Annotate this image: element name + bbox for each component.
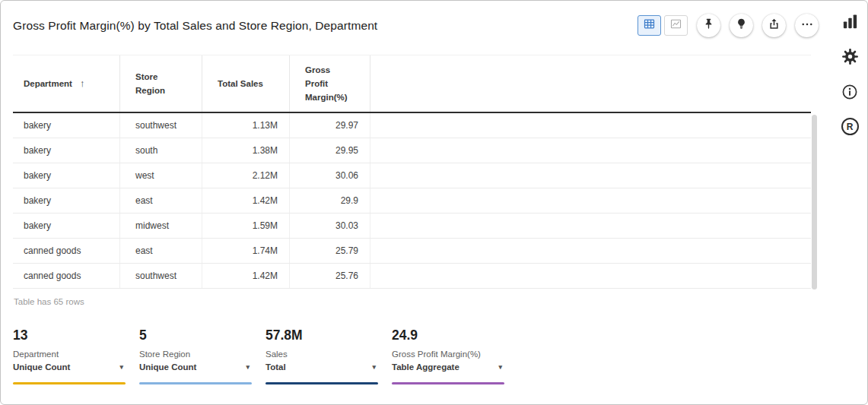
caret-down-icon: ▾ <box>498 362 502 372</box>
cell-filler <box>370 188 811 213</box>
column-header-total-sales[interactable]: Total Sales <box>202 55 290 112</box>
summary-label: Sales <box>265 350 378 359</box>
table-row[interactable]: bakery southwest 1.13M 29.97 <box>13 113 811 138</box>
column-label: Store Region <box>135 70 173 97</box>
export-button[interactable] <box>762 14 786 37</box>
column-header-store-region[interactable]: Store Region <box>120 55 202 112</box>
cell-total-sales: 1.74M <box>202 239 290 263</box>
info-icon <box>841 83 859 103</box>
cell-gross-profit-margin: 30.06 <box>290 163 370 188</box>
aggregation-label: Total <box>265 362 286 372</box>
aggregation-label: Table Aggregate <box>392 362 459 372</box>
lightbulb-icon <box>735 17 748 33</box>
cell-store-region: south <box>120 138 202 163</box>
table-row[interactable]: bakery west 2.12M 30.06 <box>13 163 811 188</box>
aggregation-label: Unique Count <box>139 362 196 372</box>
summary-cards: 13 Department Unique Count ▾ 5 Store Reg… <box>13 327 504 384</box>
table-row[interactable]: canned goods east 1.74M 25.79 <box>13 239 811 264</box>
cell-gross-profit-margin: 25.76 <box>290 264 370 288</box>
cell-department: canned goods <box>13 239 120 263</box>
summary-value: 5 <box>139 327 252 343</box>
summary-card-department: 13 Department Unique Count ▾ <box>13 327 126 384</box>
cell-gross-profit-margin: 29.95 <box>290 138 370 163</box>
summary-card-sales: 57.8M Sales Total ▾ <box>265 327 378 384</box>
more-options-button[interactable] <box>795 14 819 37</box>
column-label: Total Sales <box>218 77 263 90</box>
cell-total-sales: 1.42M <box>202 264 290 288</box>
sort-ascending-icon[interactable]: ↑ <box>80 77 85 90</box>
table-scrollbar[interactable] <box>812 115 817 290</box>
cell-total-sales: 1.42M <box>202 188 290 213</box>
bar-chart-icon <box>841 13 859 33</box>
accent-bar <box>13 382 126 384</box>
cell-gross-profit-margin: 30.03 <box>290 214 370 238</box>
ellipsis-icon <box>800 17 814 33</box>
cell-gross-profit-margin: 25.79 <box>290 239 370 263</box>
summary-card-store-region: 5 Store Region Unique Count ▾ <box>139 327 252 384</box>
summary-label: Gross Profit Margin(%) <box>392 350 504 359</box>
cr-logo-icon: R <box>841 118 859 135</box>
caret-down-icon: ▾ <box>119 362 123 372</box>
column-label: Gross Profit Margin(%) <box>305 63 354 104</box>
pushpin-icon <box>702 17 715 33</box>
cell-store-region: east <box>120 188 202 213</box>
cell-filler <box>370 264 811 288</box>
cell-gross-profit-margin: 29.97 <box>290 113 370 138</box>
cell-department: bakery <box>13 138 120 163</box>
cell-total-sales: 2.12M <box>202 163 290 188</box>
accent-bar <box>139 382 252 384</box>
summary-label: Department <box>13 350 126 359</box>
cell-filler <box>370 113 811 138</box>
column-label: Department <box>24 77 72 90</box>
cell-department: bakery <box>13 188 120 213</box>
table-grid-icon <box>643 17 656 33</box>
data-table: Department ↑ Store Region Total Sales Gr… <box>13 55 811 289</box>
table-view-button[interactable] <box>637 15 661 36</box>
settings-button[interactable] <box>841 47 860 68</box>
table-row[interactable]: canned goods southwest 1.42M 25.76 <box>13 264 811 289</box>
chart-view-button[interactable] <box>664 15 688 36</box>
charts-panel-button[interactable] <box>841 13 859 33</box>
cell-store-region: southwest <box>120 113 202 138</box>
cell-total-sales: 1.59M <box>202 214 290 238</box>
cell-department: canned goods <box>13 264 120 288</box>
pin-widget-button[interactable] <box>697 14 720 37</box>
cell-department: bakery <box>13 214 120 238</box>
view-toggle <box>637 15 688 36</box>
caret-down-icon: ▾ <box>246 362 250 372</box>
cell-store-region: west <box>120 163 202 188</box>
table-row[interactable]: bakery midwest 1.59M 30.03 <box>13 214 811 239</box>
logo-button[interactable]: R <box>841 118 859 135</box>
summary-label: Store Region <box>139 350 252 359</box>
column-header-department[interactable]: Department ↑ <box>13 55 120 112</box>
column-header-gross-profit-margin[interactable]: Gross Profit Margin(%) <box>290 55 370 112</box>
cell-total-sales: 1.38M <box>202 138 290 163</box>
aggregation-selector[interactable]: Table Aggregate ▾ <box>392 362 504 372</box>
cell-filler <box>370 239 811 263</box>
aggregation-label: Unique Count <box>13 362 70 372</box>
insights-button[interactable] <box>730 14 753 37</box>
cell-store-region: east <box>120 239 202 263</box>
cell-filler <box>370 138 811 163</box>
info-button[interactable] <box>841 83 859 103</box>
aggregation-selector[interactable]: Unique Count ▾ <box>13 362 126 372</box>
summary-card-gross-profit-margin: 24.9 Gross Profit Margin(%) Table Aggreg… <box>392 327 504 384</box>
table-row-count-note: Table has 65 rows <box>14 297 84 306</box>
table-row[interactable]: bakery south 1.38M 29.95 <box>13 138 811 163</box>
summary-value: 13 <box>13 327 126 343</box>
cell-filler <box>370 214 811 238</box>
right-rail: R <box>832 1 867 404</box>
widget-toolbar <box>637 12 819 38</box>
table-header-row: Department ↑ Store Region Total Sales Gr… <box>13 55 811 113</box>
cell-store-region: midwest <box>120 214 202 238</box>
cell-department: bakery <box>13 163 120 188</box>
aggregation-selector[interactable]: Unique Count ▾ <box>139 362 252 372</box>
share-export-icon <box>768 17 781 33</box>
accent-bar <box>392 382 504 384</box>
cell-total-sales: 1.13M <box>202 113 290 138</box>
summary-value: 24.9 <box>392 327 504 343</box>
caret-down-icon: ▾ <box>372 362 376 372</box>
table-row[interactable]: bakery east 1.42M 29.9 <box>13 188 811 214</box>
aggregation-selector[interactable]: Total ▾ <box>265 362 378 372</box>
line-chart-icon <box>669 17 682 33</box>
